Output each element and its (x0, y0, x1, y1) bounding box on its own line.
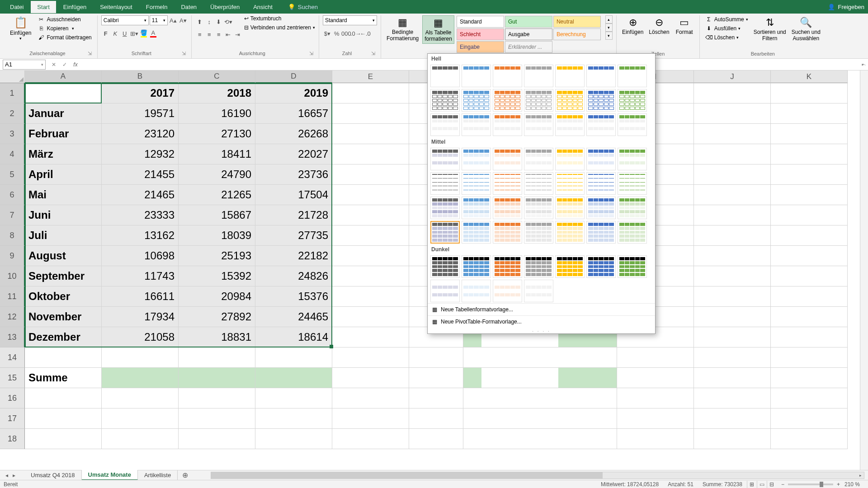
table-style-swatch[interactable] (524, 280, 553, 302)
align-left-button[interactable]: ≡ (195, 30, 204, 39)
cell[interactable] (332, 347, 409, 368)
styles-scroll-down[interactable]: ▾ (605, 23, 613, 32)
hscroll-right[interactable]: ▸ (857, 472, 864, 479)
row-header[interactable]: 2 (0, 103, 25, 124)
cell[interactable] (694, 307, 771, 327)
cell[interactable]: Juli (25, 225, 102, 246)
align-bottom-button[interactable]: ⬇ (214, 17, 223, 26)
cell[interactable]: August (25, 246, 102, 266)
new-table-style-button[interactable]: ▦Neue Tabellenformatvorlage... (428, 303, 655, 315)
align-middle-button[interactable]: ↕ (205, 17, 214, 26)
sheet-nav-prev[interactable]: ◂ (4, 472, 10, 479)
cell[interactable] (25, 408, 102, 429)
cell[interactable]: 20984 (179, 286, 255, 307)
cell[interactable] (694, 408, 771, 429)
column-header[interactable]: K (771, 70, 848, 83)
cell[interactable] (694, 327, 771, 347)
styles-more-button[interactable]: ▾ (605, 32, 613, 40)
tell-me-search[interactable]: 💡 Suchen (288, 4, 318, 10)
row-header[interactable]: 9 (0, 246, 25, 266)
format-cells-button[interactable]: ▭Format (673, 15, 696, 36)
sheet-tab[interactable]: Artikelliste (138, 470, 178, 480)
cell[interactable] (332, 307, 409, 327)
table-style-swatch[interactable] (555, 221, 585, 244)
cell[interactable] (771, 246, 848, 266)
table-style-swatch[interactable] (524, 255, 553, 278)
cell[interactable] (617, 429, 694, 449)
cell[interactable]: 21058 (102, 327, 179, 347)
table-style-swatch[interactable] (430, 255, 460, 278)
cell[interactable] (409, 429, 463, 449)
cell[interactable] (463, 368, 617, 388)
table-style-swatch[interactable] (618, 89, 647, 112)
cell[interactable]: 24826 (255, 266, 332, 286)
currency-button[interactable]: $▾ (323, 29, 332, 38)
cell[interactable] (694, 266, 771, 286)
cell[interactable]: 16611 (102, 286, 179, 307)
style-erklaerender[interactable]: Erklärender ... (505, 41, 552, 53)
cell[interactable]: 21265 (179, 185, 255, 205)
cell[interactable] (463, 347, 617, 368)
cell[interactable] (255, 368, 332, 388)
zoom-slider[interactable] (788, 483, 833, 485)
table-style-swatch[interactable] (586, 148, 616, 170)
column-header[interactable]: C (179, 70, 255, 83)
cell[interactable] (771, 185, 848, 205)
table-style-swatch[interactable] (493, 89, 522, 112)
cell[interactable] (617, 368, 694, 388)
zoom-level[interactable]: 210 % (844, 481, 860, 488)
cell[interactable] (332, 205, 409, 225)
table-style-swatch[interactable] (586, 255, 616, 278)
table-style-swatch[interactable] (618, 148, 647, 170)
cell[interactable] (694, 286, 771, 307)
cell[interactable] (179, 408, 255, 429)
table-style-swatch[interactable] (555, 148, 585, 170)
table-style-swatch[interactable] (462, 197, 491, 219)
zoom-in-button[interactable]: + (837, 481, 840, 488)
cell[interactable] (255, 347, 332, 368)
cell[interactable] (332, 225, 409, 246)
style-gut[interactable]: Gut (505, 16, 552, 28)
table-style-swatch[interactable] (524, 221, 553, 244)
cell[interactable] (409, 388, 463, 408)
table-style-swatch[interactable] (555, 172, 585, 195)
decrease-font-button[interactable]: A▾ (179, 16, 188, 25)
cell[interactable]: 12932 (102, 144, 179, 164)
cell[interactable] (409, 368, 463, 388)
table-style-swatch[interactable] (524, 172, 553, 195)
cell[interactable] (771, 408, 848, 429)
row-header[interactable]: 3 (0, 124, 25, 144)
cell[interactable]: 18614 (255, 327, 332, 347)
cell[interactable] (771, 164, 848, 185)
cell[interactable]: Dezember (25, 327, 102, 347)
cell[interactable] (694, 246, 771, 266)
table-style-swatch[interactable] (430, 89, 460, 112)
cell[interactable] (694, 429, 771, 449)
vertical-scrollbar[interactable] (860, 70, 868, 471)
cell[interactable]: 24790 (179, 164, 255, 185)
table-style-swatch[interactable] (462, 113, 491, 136)
align-right-button[interactable]: ≡ (214, 30, 223, 39)
row-header[interactable]: 18 (0, 429, 25, 449)
cell[interactable]: 18039 (179, 225, 255, 246)
add-sheet-button[interactable]: ⊕ (178, 471, 193, 479)
cell[interactable] (102, 388, 179, 408)
cell[interactable] (255, 408, 332, 429)
tab-einfuegen[interactable]: Einfügen (57, 1, 93, 13)
italic-button[interactable]: K (111, 29, 120, 38)
cell[interactable]: 17934 (102, 307, 179, 327)
cell[interactable] (255, 429, 332, 449)
table-style-swatch[interactable] (586, 65, 616, 87)
cell[interactable] (332, 246, 409, 266)
table-style-swatch[interactable] (618, 221, 647, 244)
cell[interactable] (332, 429, 409, 449)
table-style-swatch[interactable] (618, 65, 647, 87)
cell[interactable] (694, 347, 771, 368)
column-header[interactable]: E (332, 70, 409, 83)
cell[interactable] (332, 144, 409, 164)
cell[interactable]: 27130 (179, 124, 255, 144)
percent-button[interactable]: % (332, 29, 341, 38)
table-style-swatch[interactable] (586, 172, 616, 195)
sheet-tab[interactable]: Umsatz Q4 2018 (24, 470, 82, 480)
delete-cells-button[interactable]: ⊖Löschen (647, 15, 671, 36)
